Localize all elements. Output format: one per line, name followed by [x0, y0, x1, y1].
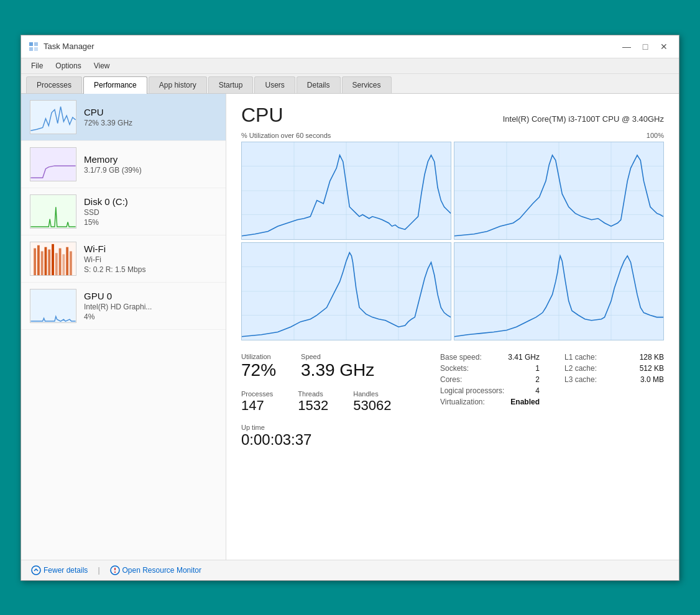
- gpu-info: GPU 0 Intel(R) HD Graphi... 4%: [84, 291, 152, 321]
- gpu-label: GPU 0: [84, 291, 152, 301]
- cpu-info: CPU 72% 3.39 GHz: [84, 107, 132, 127]
- menu-options[interactable]: Options: [50, 60, 86, 72]
- cpu-thumbnail: [30, 100, 76, 134]
- menu-bar: File Options View: [21, 58, 679, 74]
- memory-thumbnail: [30, 147, 76, 181]
- sidebar-item-cpu[interactable]: CPU 72% 3.39 GHz: [21, 94, 226, 141]
- svg-rect-8: [34, 248, 36, 275]
- svg-rect-18: [70, 251, 72, 275]
- l1-key: L1 cache:: [564, 353, 597, 362]
- open-monitor-icon: [110, 565, 120, 575]
- menu-file[interactable]: File: [26, 60, 48, 72]
- primary-stats: Utilization 72% Speed 3.39 GHz: [241, 353, 440, 380]
- tab-performance[interactable]: Performance: [83, 76, 147, 94]
- window-title: Task Manager: [44, 42, 94, 51]
- uptime-label: Up time: [241, 424, 440, 431]
- cpu-details: Base speed: 3.41 GHz Sockets: 1 Cores: 2: [440, 353, 664, 406]
- disk-label: Disk 0 (C:): [84, 196, 128, 207]
- sidebar-item-memory[interactable]: Memory 3.1/7.9 GB (39%): [21, 141, 226, 188]
- window-controls: — □ ✕: [619, 40, 671, 53]
- processes-value: 147: [241, 398, 273, 414]
- menu-view[interactable]: View: [89, 60, 115, 72]
- logical-row: Logical processors: 4: [440, 386, 540, 395]
- l1-row: L1 cache: 128 KB: [564, 353, 664, 362]
- gpu-model: Intel(R) HD Graphi...: [84, 303, 152, 311]
- svg-rect-1: [34, 42, 38, 46]
- cpu-chart-2: [454, 142, 664, 240]
- tab-processes[interactable]: Processes: [26, 76, 82, 93]
- tab-services[interactable]: Services: [342, 76, 392, 93]
- footer: Fewer details | Open Resource Monitor: [21, 560, 679, 580]
- virtualization-row: Virtualization: Enabled: [440, 398, 540, 406]
- wifi-info: Wi-Fi Wi-Fi S: 0.2 R: 1.5 Mbps: [84, 244, 145, 274]
- open-monitor-link[interactable]: Open Resource Monitor: [110, 565, 201, 575]
- chart-label: % Utilization over 60 seconds: [241, 132, 331, 139]
- svg-rect-13: [52, 244, 54, 275]
- cpu-stats: 72% 3.39 GHz: [84, 119, 132, 127]
- cpu-label: CPU: [84, 107, 132, 117]
- fewer-details-link[interactable]: Fewer details: [31, 565, 88, 575]
- content-area: CPU 72% 3.39 GHz Memory 3.1/7.9 GB (39%): [21, 94, 679, 560]
- speed-stat: Speed 3.39 GHz: [301, 353, 374, 380]
- disk-thumbnail: [30, 194, 76, 229]
- utilization-stat: Utilization 72%: [241, 353, 276, 380]
- uptime-section: Up time 0:00:03:37: [241, 424, 440, 449]
- disk-type: SSD: [84, 208, 128, 217]
- chart-max: 100%: [647, 132, 664, 139]
- cpu-chart-3: [241, 242, 451, 340]
- threads-stat: Threads 1532: [298, 390, 328, 414]
- cpu-model: Intel(R) Core(TM) i3-7100T CPU @ 3.40GHz: [503, 114, 664, 124]
- memory-label: Memory: [84, 154, 142, 165]
- footer-divider: |: [98, 566, 99, 575]
- secondary-stats: Processes 147 Threads 1532 Handles 53062: [241, 390, 440, 414]
- close-button[interactable]: ✕: [656, 40, 671, 53]
- tab-app-history[interactable]: App history: [149, 76, 207, 93]
- sockets-val: 1: [535, 364, 540, 373]
- title-bar: Task Manager — □ ✕: [21, 35, 679, 58]
- cpu-title: CPU: [241, 104, 283, 127]
- title-bar-left: Task Manager: [29, 42, 94, 52]
- uptime-value: 0:00:03:37: [241, 431, 440, 449]
- l3-row: L3 cache: 3.0 MB: [564, 375, 664, 384]
- minimize-button[interactable]: —: [619, 40, 634, 53]
- svg-rect-10: [41, 251, 44, 275]
- wifi-type: Wi-Fi: [84, 255, 145, 264]
- sidebar-item-gpu[interactable]: GPU 0 Intel(R) HD Graphi... 4%: [21, 283, 226, 330]
- processes-label: Processes: [241, 390, 273, 398]
- handles-label: Handles: [353, 390, 391, 398]
- disk-usage: 15%: [84, 218, 128, 227]
- logical-val: 4: [535, 386, 540, 395]
- sidebar-item-wifi[interactable]: Wi-Fi Wi-Fi S: 0.2 R: 1.5 Mbps: [21, 235, 226, 283]
- svg-rect-16: [62, 254, 65, 275]
- memory-stats: 3.1/7.9 GB (39%): [84, 166, 142, 175]
- open-monitor-label: Open Resource Monitor: [122, 566, 201, 575]
- utilization-label: Utilization: [241, 353, 276, 360]
- fewer-details-label: Fewer details: [44, 566, 88, 575]
- processes-stat: Processes 147: [241, 390, 273, 414]
- sockets-row: Sockets: 1: [440, 364, 540, 373]
- maximize-button[interactable]: □: [638, 40, 653, 53]
- logical-key: Logical processors:: [440, 386, 504, 395]
- sidebar: CPU 72% 3.39 GHz Memory 3.1/7.9 GB (39%): [21, 94, 226, 560]
- cpu-header: CPU Intel(R) Core(TM) i3-7100T CPU @ 3.4…: [241, 104, 664, 127]
- svg-point-48: [32, 566, 40, 575]
- svg-rect-2: [29, 47, 33, 51]
- l3-val: 3.0 MB: [640, 375, 664, 384]
- svg-rect-5: [30, 148, 75, 181]
- tab-details[interactable]: Details: [297, 76, 341, 93]
- svg-rect-3: [34, 47, 38, 51]
- tab-startup[interactable]: Startup: [208, 76, 254, 93]
- tab-users[interactable]: Users: [254, 76, 295, 93]
- speed-value: 3.39 GHz: [301, 360, 374, 380]
- svg-rect-15: [59, 248, 62, 275]
- svg-rect-14: [55, 253, 58, 275]
- l2-row: L2 cache: 512 KB: [564, 364, 664, 373]
- l3-key: L3 cache:: [564, 375, 597, 384]
- sidebar-item-disk[interactable]: Disk 0 (C:) SSD 15%: [21, 188, 226, 235]
- gpu-thumbnail: [30, 289, 76, 323]
- l2-key: L2 cache:: [564, 364, 597, 373]
- svg-rect-11: [45, 247, 47, 275]
- memory-info: Memory 3.1/7.9 GB (39%): [84, 154, 142, 175]
- handles-value: 53062: [353, 398, 391, 414]
- svg-rect-17: [66, 247, 68, 275]
